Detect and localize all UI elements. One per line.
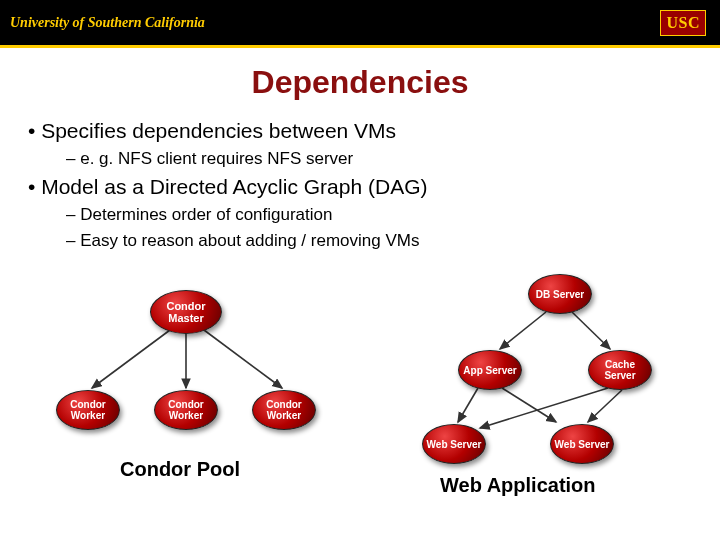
node-app-server: App Server <box>458 350 522 390</box>
svg-line-6 <box>458 388 478 422</box>
svg-line-3 <box>204 330 282 388</box>
node-cache-server: Cache Server <box>588 350 652 390</box>
sub-bullet: Determines order of configuration <box>66 205 692 225</box>
slide-header: University of Southern California USC <box>0 0 720 48</box>
diagram-label-left: Condor Pool <box>120 458 240 481</box>
bullet: Specifies dependencies between VMs <box>28 119 692 143</box>
svg-line-7 <box>502 388 556 422</box>
bullet: Model as a Directed Acyclic Graph (DAG) <box>28 175 692 199</box>
svg-line-4 <box>500 312 546 349</box>
usc-logo-text: USC <box>660 10 706 36</box>
svg-line-1 <box>92 330 170 388</box>
diagram-label-right: Web Application <box>440 474 596 497</box>
diagrams-area: Condor Master Condor Worker Condor Worke… <box>0 282 720 492</box>
sub-bullet: e. g. NFS client requires NFS server <box>66 149 692 169</box>
svg-line-9 <box>588 390 622 422</box>
usc-logo: USC <box>660 10 706 36</box>
slide-body: Specifies dependencies between VMs e. g.… <box>0 119 720 251</box>
node-condor-worker: Condor Worker <box>56 390 120 430</box>
svg-line-5 <box>572 312 610 349</box>
sub-bullet: Easy to reason about adding / removing V… <box>66 231 692 251</box>
node-web-server: Web Server <box>550 424 614 464</box>
node-condor-worker: Condor Worker <box>252 390 316 430</box>
node-condor-worker: Condor Worker <box>154 390 218 430</box>
node-condor-master: Condor Master <box>150 290 222 334</box>
node-db-server: DB Server <box>528 274 592 314</box>
university-name: University of Southern California <box>10 15 205 31</box>
slide-title: Dependencies <box>0 64 720 101</box>
node-web-server: Web Server <box>422 424 486 464</box>
